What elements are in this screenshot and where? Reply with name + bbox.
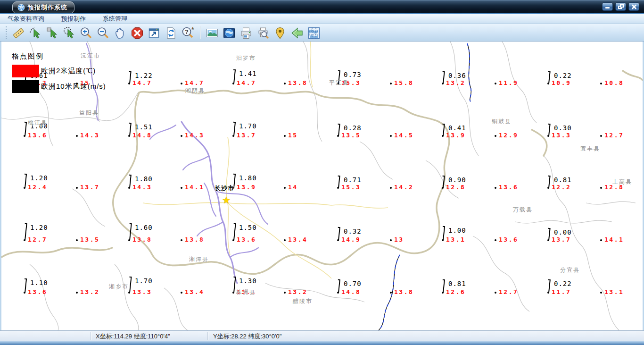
temperature-value: 14.8 bbox=[341, 288, 361, 295]
temperature-value: 14.7 bbox=[237, 79, 256, 86]
print-icon[interactable] bbox=[239, 25, 254, 40]
wind-speed-value: 0.81 bbox=[554, 176, 572, 184]
globe-logo-icon bbox=[17, 4, 25, 11]
grid-point-dot bbox=[495, 83, 496, 84]
grid-point-dot bbox=[442, 187, 444, 189]
temperature-value: 13.2 bbox=[288, 288, 307, 295]
temperature-value: 13.2 bbox=[80, 288, 99, 295]
temperature-value: 13.6 bbox=[28, 288, 47, 295]
wind-speed-value: 1.51 bbox=[135, 123, 153, 131]
county-label: 铜鼓县 bbox=[492, 118, 512, 126]
toolbar-grip[interactable] bbox=[6, 26, 7, 39]
print-preview-icon[interactable] bbox=[256, 25, 271, 40]
wind-speed-value: 1.50 bbox=[239, 224, 257, 231]
legend-item-temperature: 欧洲2米温度(℃) bbox=[12, 65, 106, 77]
legend-label-temperature: 欧洲2米温度(℃) bbox=[41, 67, 96, 76]
export-image-icon[interactable] bbox=[205, 25, 220, 40]
temperature-value: 11.9 bbox=[499, 79, 518, 86]
grid-point-dot bbox=[76, 292, 78, 294]
wind-speed-value: 1.20 bbox=[30, 224, 48, 231]
app-title-tab: 预报制作系统 bbox=[12, 1, 74, 14]
temperature-value: 10.8 bbox=[604, 79, 624, 86]
county-label: 上高县 bbox=[612, 178, 632, 186]
map-canvas[interactable]: 0.6114.2151.2214.714.71.4114.713.80.7315… bbox=[0, 42, 644, 330]
legend-item-windspeed: 欧洲10米风速(m/s) bbox=[12, 80, 106, 93]
temperature-value: 13 bbox=[394, 236, 404, 243]
refresh-icon[interactable] bbox=[164, 25, 179, 40]
temperature-value: 13.2 bbox=[446, 79, 465, 86]
stop-icon[interactable] bbox=[130, 25, 145, 40]
temperature-value: 14.2 bbox=[394, 184, 413, 191]
grid-point-dot bbox=[390, 83, 392, 84]
grid-point-dot bbox=[76, 135, 78, 137]
grid-point-dot bbox=[181, 135, 182, 137]
menu-system-management[interactable]: 系统管理 bbox=[101, 14, 129, 24]
back-icon[interactable] bbox=[289, 25, 305, 40]
globe-icon[interactable] bbox=[222, 25, 237, 40]
temperature-value: 13.6 bbox=[499, 184, 518, 191]
temperature-swatch bbox=[12, 65, 39, 77]
temperature-value: 13.3 bbox=[552, 132, 571, 139]
menu-forecast-production[interactable]: 预报制作 bbox=[59, 14, 88, 24]
temperature-value: 13.6 bbox=[237, 236, 256, 243]
temperature-value: 12.9 bbox=[499, 132, 518, 139]
status-bar: X坐标:114.29 经度:110°0'4" Y坐标:28.22 纬度:30°0… bbox=[0, 330, 644, 341]
grid-point-dot bbox=[547, 135, 549, 137]
county-label: 宜丰县 bbox=[580, 145, 600, 153]
grid-point-dot bbox=[337, 239, 339, 241]
temperature-value: 11.7 bbox=[552, 288, 571, 295]
select-rect-icon[interactable] bbox=[45, 25, 60, 40]
wind-speed-value: 1.70 bbox=[135, 277, 153, 285]
temperature-value: 12.4 bbox=[28, 184, 47, 191]
county-label: 醴陵市 bbox=[293, 297, 313, 305]
grid-point-dot bbox=[128, 187, 130, 189]
zoom-out-icon[interactable] bbox=[96, 25, 111, 40]
placemark-icon[interactable] bbox=[272, 25, 288, 40]
temperature-value: 13.5 bbox=[80, 236, 99, 243]
grid-point-dot bbox=[547, 292, 549, 294]
wind-speed-value: 1.22 bbox=[135, 72, 153, 79]
wind-speed-value: 0.30 bbox=[554, 124, 572, 132]
wind-speed-value: 1.30 bbox=[239, 277, 257, 285]
grid-point-dot bbox=[24, 187, 25, 189]
county-label: 湘阴县 bbox=[185, 87, 205, 95]
grid-point-dot bbox=[442, 239, 444, 241]
grid-point-dot bbox=[128, 292, 130, 294]
grid-point-dot bbox=[390, 239, 392, 241]
pan-hand-icon[interactable] bbox=[113, 25, 128, 40]
county-label: 分宜县 bbox=[560, 266, 580, 274]
close-button[interactable] bbox=[628, 2, 639, 11]
measure-icon[interactable] bbox=[11, 25, 26, 40]
legend-label-windspeed: 欧洲10米风速(m/s) bbox=[41, 82, 106, 91]
minimize-button[interactable] bbox=[602, 2, 613, 11]
grid-point-dot bbox=[24, 292, 25, 294]
wind-speed-value: 0.81 bbox=[448, 280, 466, 287]
restore-button[interactable] bbox=[615, 2, 626, 11]
select-circle-icon[interactable] bbox=[62, 25, 77, 40]
grid-point-dot bbox=[232, 83, 234, 84]
wind-speed-value: 0.36 bbox=[448, 72, 466, 79]
temperature-value: 14.7 bbox=[185, 79, 204, 86]
wind-speed-value: 1.80 bbox=[239, 174, 257, 182]
grid-point-dot bbox=[232, 239, 234, 241]
grid-point-dot bbox=[600, 83, 602, 84]
temperature-value: 13.1 bbox=[604, 288, 624, 295]
wind-speed-value: 0.90 bbox=[448, 176, 466, 184]
wind-speed-value: 1.00 bbox=[448, 227, 466, 234]
grid-point-dot bbox=[128, 239, 130, 241]
select-arc-icon[interactable] bbox=[28, 25, 43, 40]
identify-icon[interactable]: ? ± bbox=[181, 25, 196, 40]
legend-title: 格点图例 bbox=[12, 52, 106, 61]
menu-weather-data-query[interactable]: 气象资料查询 bbox=[6, 14, 46, 24]
grid-manager-icon[interactable] bbox=[306, 25, 322, 40]
temperature-value: 13.8 bbox=[132, 236, 152, 243]
wind-speed-value: 0.71 bbox=[344, 176, 362, 184]
zoom-in-icon[interactable] bbox=[79, 25, 94, 40]
wind-speed-value: 1.60 bbox=[135, 224, 153, 231]
temperature-value: 14.3 bbox=[185, 132, 204, 139]
temperature-value: 12.2 bbox=[552, 184, 571, 191]
wind-speed-value: 0.22 bbox=[554, 72, 572, 79]
wind-speed-value: 1.10 bbox=[30, 279, 48, 286]
temperature-value: 13.8 bbox=[394, 288, 413, 295]
full-extent-icon[interactable] bbox=[147, 25, 162, 40]
